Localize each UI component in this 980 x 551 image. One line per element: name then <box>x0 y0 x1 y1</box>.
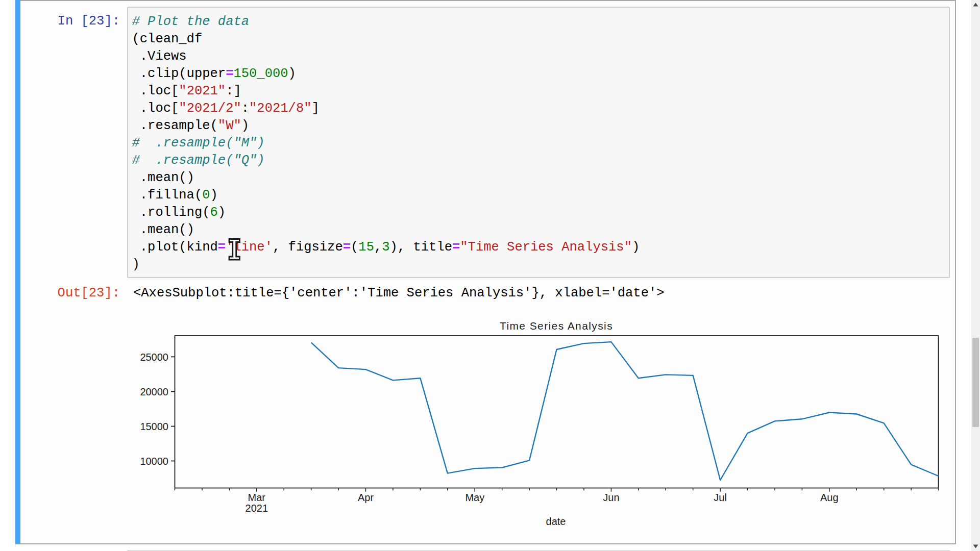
svg-text:Aug: Aug <box>820 492 839 503</box>
svg-text:Jun: Jun <box>603 492 619 503</box>
svg-text:25000: 25000 <box>140 352 168 363</box>
svg-text:Time Series Analysis: Time Series Analysis <box>500 320 613 332</box>
svg-text:2021: 2021 <box>246 503 268 514</box>
svg-text:May: May <box>465 492 484 503</box>
svg-text:Jul: Jul <box>714 492 727 503</box>
svg-text:15000: 15000 <box>140 421 168 432</box>
svg-text:date: date <box>546 516 566 527</box>
svg-text:10000: 10000 <box>140 456 168 467</box>
svg-text:Apr: Apr <box>358 492 374 503</box>
svg-text:Mar: Mar <box>248 492 266 503</box>
svg-text:20000: 20000 <box>140 386 168 397</box>
